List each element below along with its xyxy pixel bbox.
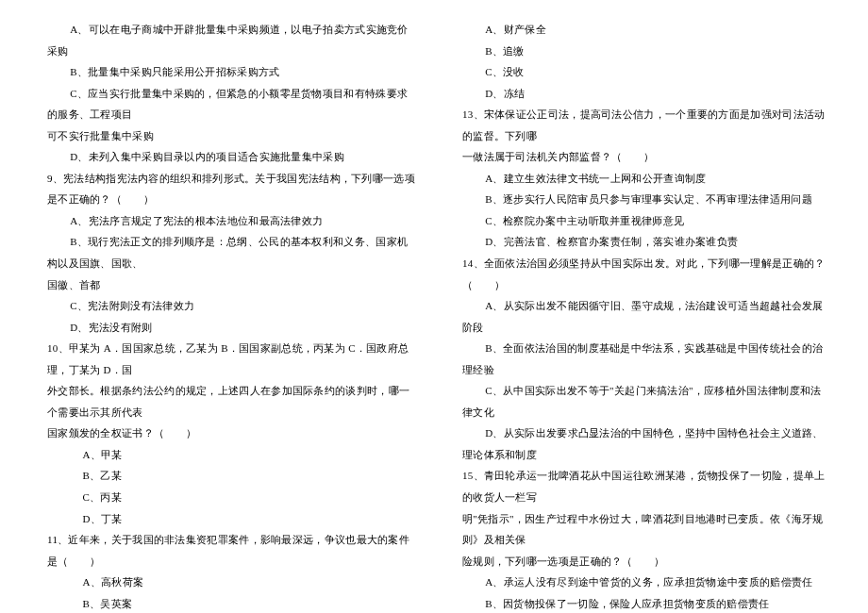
right-column: A、财产保全 B、追缴 C、没收 D、冻结 13、宋体保证公正司法，提高司法公信… (439, 19, 830, 613)
option-c: C、应当实行批量集中采购的，但紧急的小额零星货物项目和有特殊要求的服务、工程项目 (47, 83, 415, 125)
exam-page: A、可以在电子商城中开辟批量集中采购频道，以电子拍卖方式实施竞价采购 B、批量集… (0, 0, 868, 613)
q13-option-a: A、建立生效法律文书统一上网和公开查询制度 (462, 168, 830, 190)
question-15-cont2: 险规则，下列哪一选项是正确的？（ ） (462, 551, 830, 572)
q13-option-b: B、逐步实行人民陪审员只参与审理事实认定、不再审理法律适用问题 (462, 189, 830, 210)
q13-option-d: D、完善法官、检察官办案责任制，落实谁办案谁负责 (462, 231, 830, 253)
question-10: 10、甲某为 A．国国家总统，乙某为 B．国国家副总统，丙某为 C．国政府总理，… (47, 338, 415, 380)
question-9: 9、宪法结构指宪法内容的组织和排列形式。关于我国宪法结构，下列哪一选项是不正确的… (47, 168, 415, 210)
q12-option-a: A、财产保全 (462, 19, 830, 41)
question-13: 13、宋体保证公正司法，提高司法公信力，一个重要的方面是加强对司法活动的监督。下… (462, 104, 830, 146)
q14-option-c: C、从中国实际出发不等于"关起门来搞法治"，应移植外国法律制度和法律文化 (462, 380, 830, 422)
q12-option-b: B、追缴 (462, 41, 830, 62)
left-column: A、可以在电子商城中开辟批量集中采购频道，以电子拍卖方式实施竞价采购 B、批量集… (47, 19, 439, 613)
question-14: 14、全面依法治国必须坚持从中国实际出发。对此，下列哪一理解是正确的？（ ） (462, 253, 830, 295)
q12-option-d: D、冻结 (462, 83, 830, 105)
q15-option-b: B、因货物投保了一切险，保险人应承担货物变质的赔偿责任 (462, 593, 830, 613)
question-11: 11、近年来，关于我国的非法集资犯罪案件，影响最深远，争议也最大的案件是（ ） (47, 529, 415, 572)
option-c-cont: 可不实行批量集中采购 (47, 125, 415, 147)
q10-option-d: D、丁某 (47, 508, 415, 530)
question-10-cont2: 国家颁发的全权证书？（ ） (47, 422, 415, 444)
q9-option-c: C、宪法附则没有法律效力 (47, 295, 415, 317)
q10-option-a: A、甲某 (47, 444, 415, 466)
question-15-cont1: 明"凭指示"，因生产过程中水份过大，啤酒花到目地港时已变质。依《海牙规则》及相关… (462, 508, 830, 551)
q11-option-a: A、高秋荷案 (47, 572, 415, 593)
question-13-cont: 一做法属于司法机关内部监督？（ ） (462, 146, 830, 168)
question-10-cont1: 外交部长。根据条约法公约的规定，上述四人在参加国际条约的谈判时，哪一个需要出示其… (47, 380, 415, 422)
q10-option-c: C、丙某 (47, 487, 415, 508)
option-b: B、批量集中采购只能采用公开招标采购方式 (47, 61, 415, 83)
q13-option-c: C、检察院办案中主动听取并重视律师意见 (462, 210, 830, 232)
q15-option-a: A、承运人没有尽到途中管货的义务，应承担货物途中变质的赔偿责任 (462, 572, 830, 593)
q14-option-b: B、全面依法治国的制度基础是中华法系，实践基础是中国传统社会的治理经验 (462, 338, 830, 380)
q14-option-a: A、从实际出发不能因循守旧、墨守成规，法治建设可适当超越社会发展阶段 (462, 295, 830, 338)
q10-option-b: B、乙某 (47, 465, 415, 487)
question-15: 15、青田轮承运一批啤酒花从中国运往欧洲某港，货物投保了一切险，提单上的收货人一… (462, 465, 830, 507)
q12-option-c: C、没收 (462, 61, 830, 83)
q9-option-a: A、宪法序言规定了宪法的根本法地位和最高法律效力 (47, 210, 415, 232)
q14-option-d: D、从实际出发要求凸显法治的中国特色，坚持中国特色社会主义道路、理论体系和制度 (462, 422, 830, 465)
option-d: D、未列入集中采购目录以内的项目适合实施批量集中采购 (47, 146, 415, 168)
option-a: A、可以在电子商城中开辟批量集中采购频道，以电子拍卖方式实施竞价采购 (47, 19, 415, 61)
q9-option-d: D、宪法没有附则 (47, 317, 415, 339)
q11-option-b: B、吴英案 (47, 593, 415, 613)
q9-option-b: B、现行宪法正文的排列顺序是：总纲、公民的基本权利和义务、国家机构以及国旗、国歌… (47, 231, 415, 273)
q9-option-b-cont: 国徽、首都 (47, 274, 415, 296)
